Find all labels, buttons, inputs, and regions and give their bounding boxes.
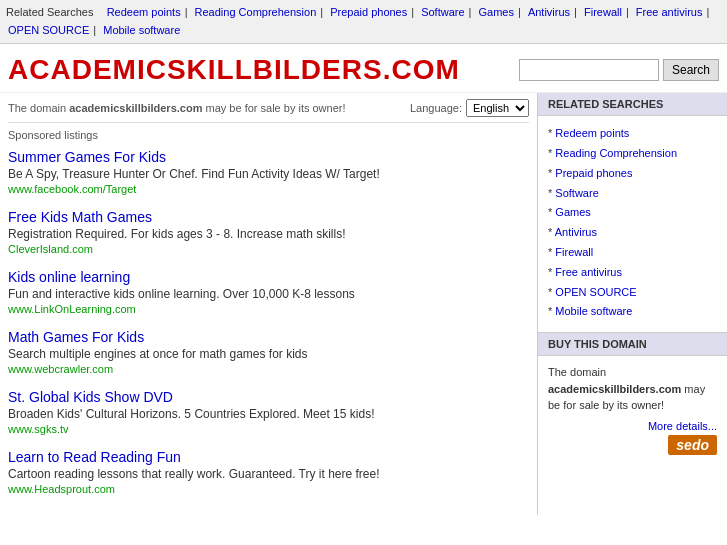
listing-url: www.Headsprout.com xyxy=(8,483,529,495)
sidebar-related-games[interactable]: Games xyxy=(548,203,717,223)
buy-text-before: The domain xyxy=(548,366,606,378)
buy-domain-name: academicskillbilders.com xyxy=(548,383,681,395)
language-select[interactable]: English xyxy=(466,99,529,117)
listing-item: St. Global Kids Show DVD Broaden Kids' C… xyxy=(8,389,529,435)
top-link-firewall[interactable]: Firewall xyxy=(584,6,622,18)
language-bar: Language: English xyxy=(410,99,529,117)
listing-url: www.LinkOnLearning.com xyxy=(8,303,529,315)
left-content: The domain academicskillbilders.com may … xyxy=(0,93,537,515)
top-link-mobile[interactable]: Mobile software xyxy=(103,24,180,36)
listing-url: www.webcrawler.com xyxy=(8,363,529,375)
listing-desc: Broaden Kids' Cultural Horizons. 5 Count… xyxy=(8,407,529,421)
sidebar-related-free-antivirus[interactable]: Free antivirus xyxy=(548,263,717,283)
buy-domain-box: The domain academicskillbilders.com may … xyxy=(538,356,727,462)
listing-link[interactable]: Summer Games For Kids xyxy=(8,149,166,165)
sidebar-related-firewall[interactable]: Firewall xyxy=(548,243,717,263)
buy-domain-text: The domain academicskillbilders.com may … xyxy=(548,364,717,414)
top-link-reading[interactable]: Reading Comprehension xyxy=(195,6,317,18)
sidebar-related-redeem[interactable]: Redeem points xyxy=(548,124,717,144)
listing-url: www.facebook.com/Target xyxy=(8,183,529,195)
listing-item: Free Kids Math Games Registration Requir… xyxy=(8,209,529,255)
top-link-prepaid[interactable]: Prepaid phones xyxy=(330,6,407,18)
sidebar-related-opensource[interactable]: OPEN SOURCE xyxy=(548,283,717,303)
sponsored-label: Sponsored listings xyxy=(8,129,529,141)
related-searches-box: Redeem points Reading Comprehension Prep… xyxy=(538,116,727,333)
listing-desc: Fun and interactive kids online learning… xyxy=(8,287,529,301)
listing-title: Free Kids Math Games xyxy=(8,209,529,225)
listing-title: Math Games For Kids xyxy=(8,329,529,345)
buy-domain-header: BUY THIS DOMAIN xyxy=(538,333,727,356)
top-link-free-antivirus[interactable]: Free antivirus xyxy=(636,6,703,18)
listing-link[interactable]: Free Kids Math Games xyxy=(8,209,152,225)
listing-title: Kids online learning xyxy=(8,269,529,285)
domain-name: academicskillbilders.com xyxy=(69,102,202,114)
listing-url: www.sgks.tv xyxy=(8,423,529,435)
search-box: Search xyxy=(519,59,719,81)
listing-item: Summer Games For Kids Be A Spy, Treasure… xyxy=(8,149,529,195)
listing-desc: Registration Required. For kids ages 3 -… xyxy=(8,227,529,241)
top-link-redeem[interactable]: Redeem points xyxy=(107,6,181,18)
top-link-software[interactable]: Software xyxy=(421,6,464,18)
listing-desc: Be A Spy, Treasure Hunter Or Chef. Find … xyxy=(8,167,529,181)
listing-url: CleverIsland.com xyxy=(8,243,529,255)
listing-title: St. Global Kids Show DVD xyxy=(8,389,529,405)
listing-item: Learn to Read Reading Fun Cartoon readin… xyxy=(8,449,529,495)
domain-notice: The domain academicskillbilders.com may … xyxy=(8,102,346,114)
sidebar-related-software[interactable]: Software xyxy=(548,184,717,204)
related-searches-header: RELATED SEARCHES xyxy=(538,93,727,116)
domain-notice-before: The domain xyxy=(8,102,69,114)
sidebar-related-prepaid[interactable]: Prepaid phones xyxy=(548,164,717,184)
listing-title: Learn to Read Reading Fun xyxy=(8,449,529,465)
listing-item: Math Games For Kids Search multiple engi… xyxy=(8,329,529,375)
related-searches-label: Related Searches xyxy=(6,6,93,18)
listing-link[interactable]: Kids online learning xyxy=(8,269,130,285)
top-link-opensource[interactable]: OPEN SOURCE xyxy=(8,24,89,36)
listing-title: Summer Games For Kids xyxy=(8,149,529,165)
top-link-antivirus[interactable]: Antivirus xyxy=(528,6,570,18)
top-link-games[interactable]: Games xyxy=(479,6,514,18)
main-layout: The domain academicskillbilders.com may … xyxy=(0,93,727,515)
language-label: Language: xyxy=(410,102,462,114)
sidebar-related-antivirus[interactable]: Antivirus xyxy=(548,223,717,243)
top-bar-links: Redeem points| Reading Comprehension| Pr… xyxy=(6,6,711,36)
right-sidebar: RELATED SEARCHES Redeem points Reading C… xyxy=(537,93,727,515)
sidebar-related-reading[interactable]: Reading Comprehension xyxy=(548,144,717,164)
listing-desc: Cartoon reading lessons that really work… xyxy=(8,467,529,481)
sidebar-related-mobile[interactable]: Mobile software xyxy=(548,302,717,322)
listing-desc: Search multiple engines at once for math… xyxy=(8,347,529,361)
domain-notice-after: may be for sale by its owner! xyxy=(202,102,345,114)
sedo-logo: sedo xyxy=(548,436,717,454)
listing-link[interactable]: Math Games For Kids xyxy=(8,329,144,345)
more-details-link[interactable]: More details... xyxy=(548,420,717,432)
top-bar: Related Searches Redeem points| Reading … xyxy=(0,0,727,44)
listing-link[interactable]: St. Global Kids Show DVD xyxy=(8,389,173,405)
header: ACADEMICSKILLBILDERS.COM Search xyxy=(0,44,727,93)
search-button[interactable]: Search xyxy=(663,59,719,81)
search-input[interactable] xyxy=(519,59,659,81)
listing-item: Kids online learning Fun and interactive… xyxy=(8,269,529,315)
listing-link[interactable]: Learn to Read Reading Fun xyxy=(8,449,181,465)
site-logo: ACADEMICSKILLBILDERS.COM xyxy=(8,54,460,86)
